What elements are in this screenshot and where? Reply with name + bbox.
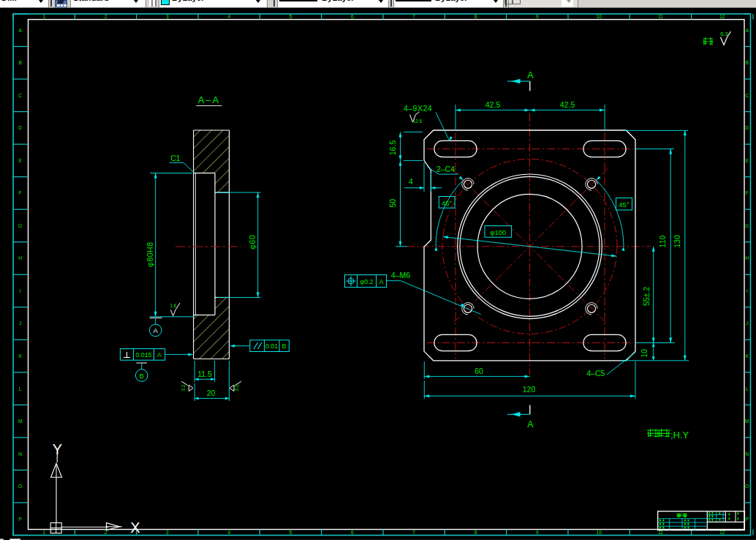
svg-text:2: 2: [105, 14, 107, 19]
svg-text:D: D: [18, 125, 22, 130]
svg-text:N: N: [18, 451, 22, 457]
svg-text:45°: 45°: [619, 200, 630, 209]
svg-text:120: 120: [523, 385, 536, 394]
svg-text:A: A: [527, 419, 534, 430]
svg-text:5: 5: [290, 14, 292, 19]
svg-text:φ0.2: φ0.2: [360, 278, 374, 285]
svg-text:B: B: [140, 372, 144, 380]
svg-text:1: 1: [42, 530, 45, 535]
svg-text:4: 4: [227, 530, 230, 535]
svg-text:9: 9: [536, 14, 539, 19]
svg-text:4–C5: 4–C5: [586, 369, 605, 378]
svg-text:M: M: [18, 419, 22, 424]
svg-text:K: K: [746, 353, 749, 359]
svg-text:;H.Y: ;H.Y: [670, 430, 689, 440]
svg-text:3: 3: [166, 14, 169, 19]
svg-text:4: 4: [409, 177, 413, 186]
svg-text:11: 11: [658, 14, 663, 19]
svg-text:G: G: [18, 223, 22, 228]
svg-text:8: 8: [475, 14, 477, 19]
svg-text:6: 6: [351, 530, 354, 535]
svg-text:20: 20: [207, 389, 216, 397]
svg-text:7: 7: [412, 530, 415, 535]
svg-text:A: A: [157, 351, 162, 359]
svg-text:4: 4: [227, 14, 230, 19]
svg-text:A: A: [527, 70, 534, 80]
svg-text:P: P: [746, 517, 749, 522]
svg-text:16.5: 16.5: [388, 140, 397, 156]
svg-text:A: A: [154, 326, 159, 334]
svg-text:D: D: [745, 125, 749, 130]
svg-text:4–M6: 4–M6: [391, 271, 410, 280]
svg-text:C1: C1: [170, 154, 181, 162]
svg-text:F: F: [19, 190, 22, 195]
svg-text:C: C: [18, 93, 22, 98]
svg-text:I: I: [20, 288, 21, 293]
svg-text:0.015: 0.015: [135, 351, 151, 359]
svg-text:11: 11: [658, 530, 663, 535]
svg-text:10: 10: [597, 530, 602, 535]
svg-text:I: I: [746, 288, 748, 293]
svg-text:1: 1: [42, 14, 45, 19]
svg-text:12: 12: [719, 14, 725, 19]
svg-text:11.5: 11.5: [197, 370, 212, 378]
svg-text:φ100: φ100: [490, 228, 506, 236]
svg-text:J: J: [19, 320, 21, 326]
svg-text:H: H: [18, 255, 22, 260]
svg-text:6.3: 6.3: [720, 31, 727, 37]
svg-text:B: B: [746, 60, 749, 65]
svg-text:L: L: [19, 386, 22, 391]
svg-text:3: 3: [166, 530, 169, 535]
svg-text:42.5: 42.5: [560, 100, 575, 109]
svg-text:O: O: [18, 484, 22, 489]
svg-text:5: 5: [290, 530, 292, 535]
svg-text:45°: 45°: [442, 199, 453, 207]
svg-text:X: X: [130, 520, 140, 536]
svg-text:C: C: [745, 93, 749, 98]
svg-text:L: L: [746, 386, 749, 391]
svg-text:3.2: 3.2: [234, 384, 239, 391]
svg-text:2–C4: 2–C4: [436, 165, 455, 173]
svg-text:3.2: 3.2: [181, 384, 186, 391]
svg-text:50: 50: [388, 199, 397, 208]
svg-text:E: E: [746, 158, 749, 163]
svg-text:A–A: A–A: [198, 94, 221, 105]
svg-text:1.6: 1.6: [170, 303, 177, 308]
svg-text:J: J: [746, 320, 748, 326]
svg-text:M: M: [745, 419, 749, 424]
svg-text:φ80H8: φ80H8: [146, 241, 155, 266]
svg-text:12: 12: [719, 530, 725, 535]
svg-text:7: 7: [412, 14, 415, 19]
svg-text:8: 8: [475, 530, 477, 535]
svg-text:F: F: [746, 190, 749, 195]
svg-text:6: 6: [351, 14, 354, 19]
svg-text:P: P: [18, 517, 21, 522]
svg-text:H: H: [745, 255, 749, 260]
svg-text:G: G: [745, 223, 749, 228]
svg-text:2: 2: [105, 530, 107, 535]
svg-text:B: B: [18, 60, 21, 65]
svg-text:B: B: [282, 342, 287, 350]
svg-text:4–9X24: 4–9X24: [404, 104, 432, 113]
svg-text:10: 10: [640, 349, 649, 358]
svg-text:55±.2: 55±.2: [642, 287, 651, 306]
svg-text:130: 130: [673, 235, 681, 248]
svg-text:A: A: [379, 278, 384, 285]
svg-text:60: 60: [475, 367, 483, 375]
svg-text:E: E: [18, 158, 22, 163]
svg-text:0.01: 0.01: [265, 342, 278, 350]
svg-text:12.5: 12.5: [413, 119, 423, 124]
svg-text:9: 9: [536, 530, 539, 535]
svg-text:K: K: [18, 353, 22, 359]
svg-text:110: 110: [658, 235, 667, 247]
svg-text:A: A: [18, 28, 22, 33]
svg-text:42.5: 42.5: [485, 100, 501, 109]
svg-text:A: A: [746, 28, 749, 33]
svg-text:O: O: [745, 484, 749, 489]
svg-text:10: 10: [597, 14, 602, 19]
svg-text:N: N: [745, 451, 749, 457]
svg-text:φ60: φ60: [249, 235, 257, 250]
